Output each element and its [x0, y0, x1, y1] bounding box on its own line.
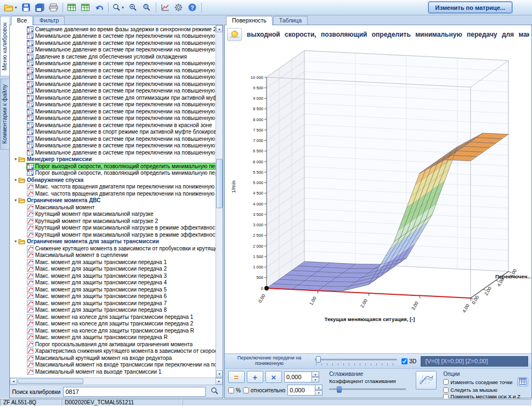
horizontal-scroll-thumb[interactable] — [18, 379, 83, 384]
relative-checkbox[interactable] — [243, 387, 249, 393]
tree-item[interactable]: Минимальное давление в спорт режиме при … — [10, 129, 216, 136]
zoom-in-button[interactable] — [127, 2, 140, 14]
tree-item[interactable]: Макс. момент для защиты трансмиссии пере… — [10, 334, 216, 341]
save-all-button[interactable] — [33, 2, 47, 14]
option-checkbox-1[interactable] — [443, 387, 449, 393]
show-table-button[interactable] — [65, 2, 78, 14]
tree-folder[interactable]: ▼Обнаружение спуска — [10, 176, 216, 184]
save-button[interactable] — [20, 2, 33, 14]
scroll-up-arrow[interactable]: ▲ — [216, 25, 223, 32]
tree-item[interactable]: Минимальное давление в системе при перек… — [10, 108, 216, 115]
print-button[interactable] — [47, 2, 60, 14]
scroll-down-arrow[interactable]: ▼ — [216, 370, 223, 378]
tree-item[interactable]: Макс. момент для защиты трансмиссии пере… — [10, 272, 216, 279]
option-checkbox-0[interactable] — [443, 379, 449, 385]
value-spin-up[interactable]: ▲ — [312, 371, 319, 377]
compare-table-button[interactable] — [79, 2, 92, 14]
zoom-menu-button[interactable]: ▼ — [111, 2, 126, 14]
tree-folder[interactable]: ▼Ограничение момента для защиты трансмис… — [10, 238, 216, 245]
tree-item[interactable]: Максимальный крутящий момент на входе ре… — [10, 354, 216, 362]
side-tab-calibration-menu[interactable]: Меню калибровок — [0, 16, 9, 77]
smoothing-thumb[interactable] — [337, 386, 342, 393]
tree-item[interactable]: Макс. момент для защиты трансмиссии пере… — [10, 293, 216, 300]
slider-track[interactable] — [315, 359, 397, 361]
tab-all[interactable]: Все — [11, 16, 33, 25]
multiply-value-button[interactable]: × — [265, 371, 282, 383]
tree-folder[interactable]: ▼Ограничение момента ДВС — [10, 197, 216, 204]
search-input[interactable] — [63, 387, 206, 397]
open-file-button[interactable]: ▼ — [2, 2, 19, 14]
side-tab-file-comments[interactable]: Комментарии к файлу — [0, 78, 9, 150]
tab-table[interactable]: Таблица — [273, 16, 308, 25]
percent-checkbox[interactable] — [228, 387, 234, 393]
help-button[interactable]: ? — [186, 2, 199, 14]
tree-item[interactable]: Максимальный момент — [10, 204, 216, 211]
tree-item[interactable]: Снижение крутящего момента в зависимости… — [10, 245, 216, 252]
tree-item[interactable]: Минимальное давление в системе при перек… — [10, 142, 216, 150]
expand-chevron-icon[interactable]: ▼ — [13, 239, 18, 243]
tree-item[interactable]: Минимальное давление в системе для оптим… — [10, 94, 216, 101]
3d-checkbox[interactable] — [401, 358, 408, 364]
tree-vertical-scrollbar[interactable]: ▲ ▼ — [216, 25, 223, 378]
tree-item[interactable]: Крутящий момент при максимальной нагрузк… — [10, 218, 216, 225]
tree-item[interactable]: Максимальный момент на выходе трансмисси… — [10, 368, 216, 375]
tree-item[interactable]: Минимальное давление в системе при перек… — [10, 60, 216, 67]
tree-item[interactable]: Минимальное давление в системе при перек… — [10, 33, 216, 40]
tree-item[interactable]: Макс. момент для защиты трансмиссии пере… — [10, 266, 216, 273]
tree-item[interactable]: Минимальное давление в системе при перек… — [10, 122, 216, 129]
tree-item[interactable]: Смещение давления во время фазы задержки… — [10, 26, 216, 33]
surface-chart[interactable]: 05001 0001 5002 0002 5003 0003 5004 0004… — [226, 42, 531, 349]
add-value-button[interactable]: + — [247, 371, 263, 383]
expand-chevron-icon[interactable]: ▼ — [13, 178, 18, 182]
relative-value-input[interactable] — [287, 385, 315, 396]
tree-item[interactable]: Минимальное давление в системе при перек… — [10, 149, 216, 156]
tree-item[interactable]: Макс. момент для защиты трансмиссии пере… — [10, 300, 216, 307]
expand-chevron-icon[interactable]: ▼ — [13, 157, 18, 161]
tree-folder[interactable]: ▼Менеджер трансмиссии — [10, 156, 216, 163]
relative-spin-down[interactable]: ▼ — [315, 390, 322, 396]
neighbor-points-grid-button[interactable] — [517, 378, 528, 386]
slider-thumb[interactable] — [316, 356, 321, 363]
tree-item[interactable]: Крутящий момент при максимальной нагрузк… — [10, 225, 216, 232]
scroll-right-arrow[interactable]: ► — [216, 378, 223, 385]
tree-item[interactable]: Минимальное давление в системе при перек… — [10, 67, 216, 74]
value-input[interactable] — [284, 371, 312, 382]
tree-item[interactable]: Макс. момент на колесе для защиты трансм… — [10, 327, 216, 334]
tree-horizontal-scrollbar[interactable]: ◄ ► — [10, 378, 223, 385]
tree-item[interactable]: Максимальный момент в сцеплении — [10, 252, 216, 259]
tree-item[interactable]: Макс. момент на колесе для защиты трансм… — [10, 321, 216, 328]
tree-item[interactable]: Порог выходной скорости, позволяющий опр… — [10, 170, 216, 177]
tree-item[interactable]: Макс. частота вращения двигателя при пер… — [10, 184, 216, 191]
tree-item[interactable]: Минимальное давление в системе при перек… — [10, 47, 216, 54]
apply-smoothing-button[interactable] — [416, 371, 437, 390]
vertical-scroll-thumb[interactable] — [216, 159, 223, 208]
zoom-window-button[interactable] — [140, 2, 154, 14]
smoothing-slider[interactable] — [329, 385, 406, 393]
tree-item[interactable]: Характеристика снижения крутящего момент… — [10, 348, 216, 355]
tree-item[interactable]: Макс. момент для защиты трансмиссии пере… — [10, 279, 216, 287]
tree-item[interactable]: Минимальное давление в системе при перек… — [10, 88, 216, 95]
settings-button[interactable] — [172, 2, 185, 14]
expand-chevron-icon[interactable]: ▼ — [13, 198, 18, 202]
tree-item[interactable]: Макс. момент для защиты трансмиссии пере… — [10, 259, 216, 266]
tree-item[interactable]: Минимальное давление в системе при перек… — [10, 39, 216, 47]
tree-item[interactable]: Максимальный момент на входе трансмиссии… — [10, 362, 216, 369]
tree-item[interactable]: Давление в системе для обеспечения услов… — [10, 53, 216, 60]
tree-item[interactable]: Минимальное давление в системе при перек… — [10, 74, 216, 81]
gear-position-slider[interactable] — [315, 356, 397, 366]
tree-item[interactable]: Порог выходной скорости, позволяющий опр… — [10, 163, 216, 170]
scroll-left-arrow[interactable]: ◄ — [10, 378, 17, 385]
tree-item[interactable]: Крутящий момент при максимальной нагрузк… — [10, 231, 216, 238]
tree-item[interactable]: Макс. момент на колесе для защиты трансм… — [10, 313, 216, 321]
tab-filter[interactable]: Фильтр — [33, 16, 65, 25]
tree-item[interactable]: Минимальное давление в системе при перек… — [10, 81, 216, 88]
tree-item[interactable]: Минимальное давление в системе при перек… — [10, 115, 216, 122]
tab-surface[interactable]: Поверхность — [226, 16, 273, 25]
assign-value-button[interactable]: = — [228, 371, 245, 383]
selected-point-marker[interactable] — [264, 286, 269, 290]
tree-item[interactable]: Макс. частота вращения двигателя при пер… — [10, 190, 216, 197]
tree-item[interactable]: Порог проскальзывания для активации огра… — [10, 341, 216, 348]
relative-spin-up[interactable]: ▲ — [315, 385, 322, 390]
tree-item[interactable]: Минимальное давление в системе при перек… — [10, 135, 216, 142]
undo-button[interactable] — [93, 2, 106, 14]
